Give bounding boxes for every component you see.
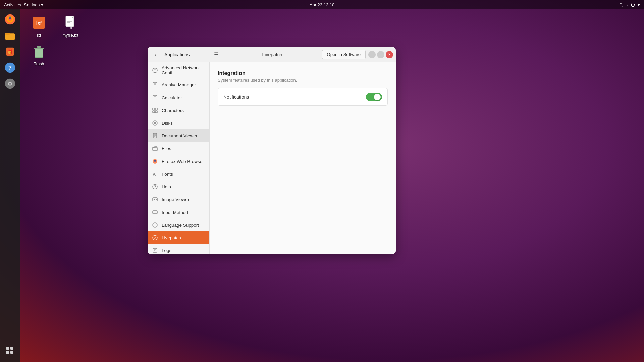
firefox-web-browser-icon	[152, 158, 158, 165]
svg-rect-67	[153, 248, 157, 252]
svg-rect-13	[6, 347, 9, 350]
logs-icon	[152, 247, 158, 254]
sidebar-item-livepatch[interactable]: Livepatch	[148, 231, 209, 244]
header-menu-button[interactable]: ☰	[210, 49, 222, 61]
archive-manager-icon	[152, 81, 158, 88]
notifications-label: Notifications	[223, 94, 249, 100]
svg-rect-41	[153, 108, 155, 110]
svg-point-40	[156, 98, 156, 99]
sidebar-item-disks[interactable]: Disks	[148, 117, 209, 129]
input-method-icon	[152, 209, 158, 216]
svg-rect-14	[10, 347, 13, 350]
svg-point-31	[154, 68, 156, 70]
svg-rect-37	[154, 96, 156, 97]
lxf-label: lxf	[37, 33, 41, 38]
window-body: Advanced Network Confi... Archive Manage…	[148, 62, 396, 254]
calculator-icon	[152, 94, 158, 101]
sidebar-item-files[interactable]: Files	[148, 142, 209, 155]
svg-text:?: ?	[8, 65, 12, 71]
dock-item-appgrid[interactable]	[3, 343, 17, 358]
myfile-label: myfile.txt	[62, 33, 78, 38]
main-content: Integration System features used by this…	[210, 62, 396, 254]
desktop-icon-trash[interactable]: Trash	[25, 43, 52, 66]
desktop-icon-lxf[interactable]: lxf lxf	[25, 14, 52, 38]
maximize-button[interactable]: □	[377, 51, 384, 58]
minimize-button[interactable]: –	[368, 51, 376, 58]
calculator-label: Calculator	[162, 95, 182, 100]
trash-icon	[31, 44, 47, 60]
sidebar-item-calculator[interactable]: Calculator	[148, 91, 209, 104]
back-button[interactable]: ‹	[148, 47, 163, 62]
sidebar-item-fonts[interactable]: A Fonts	[148, 168, 209, 180]
sidebar-item-image-viewer[interactable]: Image Viewer	[148, 193, 209, 206]
svg-point-38	[154, 98, 154, 99]
firefox-icon	[4, 13, 16, 25]
sidebar-item-firefox[interactable]: Firefox Web Browser	[148, 155, 209, 168]
header-title-left: Applications	[163, 52, 210, 57]
trash-icon-box	[30, 43, 48, 60]
svg-point-45	[153, 121, 157, 125]
language-support-icon	[152, 222, 158, 228]
close-button[interactable]: ✕	[386, 51, 393, 58]
sidebar-item-input-method[interactable]: Input Method	[148, 206, 209, 219]
input-method-label: Input Method	[162, 210, 188, 215]
svg-rect-42	[155, 108, 157, 110]
network-icon: ⇅	[620, 2, 623, 7]
firefox-label: Firefox Web Browser	[162, 159, 204, 164]
language-support-label: Language Support	[162, 223, 199, 228]
settings-menu-label: Settings	[24, 2, 40, 7]
dock-bottom	[3, 343, 17, 358]
files-label: Files	[162, 146, 171, 151]
files-folder-icon	[4, 29, 16, 42]
topbar-datetime: Apr 23 13:10	[310, 2, 334, 7]
help-icon: ?	[152, 183, 158, 190]
livepatch-icon	[152, 234, 158, 241]
dock-item-settings[interactable]	[3, 76, 17, 91]
svg-point-3	[9, 16, 11, 19]
sidebar-item-archive-manager[interactable]: Archive Manager	[148, 78, 209, 91]
desktop-area: lxf lxf txt myfile.txt	[20, 9, 644, 362]
myfile-icon: txt	[62, 15, 78, 31]
disks-icon	[152, 120, 158, 126]
dock-item-software[interactable]: 🎁	[3, 44, 17, 59]
software-center-icon: 🎁	[4, 46, 16, 58]
dock-item-files[interactable]	[3, 28, 17, 43]
sidebar-item-logs[interactable]: Logs	[148, 244, 209, 254]
sidebar-item-help[interactable]: ? Help	[148, 180, 209, 193]
livepatch-label: Livepatch	[162, 235, 181, 240]
desktop-icon-myfile[interactable]: txt myfile.txt	[57, 14, 84, 38]
sidebar: Advanced Network Confi... Archive Manage…	[148, 62, 210, 254]
svg-point-66	[153, 235, 157, 240]
characters-label: Characters	[162, 108, 184, 113]
volume-icon: ♪	[626, 2, 628, 7]
sidebar-item-advanced-network[interactable]: Advanced Network Confi...	[148, 62, 209, 78]
svg-rect-51	[153, 147, 157, 151]
lxf-icon-box: lxf	[30, 14, 48, 32]
appgrid-icon	[4, 345, 16, 357]
integration-title: Integration	[218, 70, 388, 76]
integration-subtitle: System features used by this application…	[218, 78, 388, 83]
archive-manager-label: Archive Manager	[162, 82, 196, 87]
fonts-label: Fonts	[162, 172, 173, 177]
settings-menu-button[interactable]: Settings ▾	[24, 2, 43, 7]
app-window: ‹ Applications ☰ Livepatch Open in Softw…	[148, 47, 396, 254]
myfile-icon-box: txt	[62, 14, 79, 32]
notifications-toggle[interactable]	[366, 93, 382, 101]
activities-button[interactable]: Activities	[4, 2, 21, 7]
topbar-system-icons: ⇅ ♪ ⏻ ▾	[620, 2, 640, 7]
header-livepatch-title: Livepatch	[225, 52, 319, 57]
dock-item-help[interactable]: ?	[3, 60, 17, 75]
settings-menu-arrow: ▾	[41, 2, 43, 7]
sidebar-item-language-support[interactable]: Language Support	[148, 219, 209, 231]
logs-label: Logs	[162, 248, 171, 253]
advanced-network-label: Advanced Network Confi...	[162, 65, 205, 75]
sidebar-item-characters[interactable]: Characters	[148, 104, 209, 117]
toggle-knob	[374, 94, 381, 100]
sidebar-item-document-viewer[interactable]: Document Viewer	[148, 129, 209, 142]
dock-item-firefox[interactable]	[3, 12, 17, 27]
svg-text:🎁: 🎁	[7, 49, 13, 55]
svg-point-46	[154, 122, 156, 124]
header-apps-title: Applications	[164, 52, 190, 57]
topbar: Activities Settings ▾ Apr 23 13:10 ⇅ ♪ ⏻…	[0, 0, 644, 9]
open-in-software-button[interactable]: Open in Software	[322, 50, 366, 59]
